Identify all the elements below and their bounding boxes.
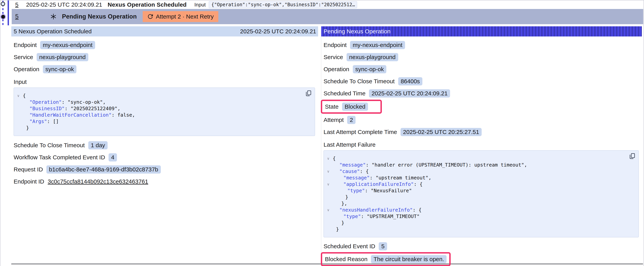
field-label: Scheduled Event ID xyxy=(324,243,375,250)
input-json-viewer: ∨{"Operation": "sync-op-ok","BusinessID"… xyxy=(14,88,315,136)
event-row-pending[interactable]: 5 Pending Nexus Operation Attempt 2 · Ne… xyxy=(12,9,643,24)
field-value-badge: sync-op-ok xyxy=(43,65,76,73)
field-label: Operation xyxy=(324,66,349,73)
chevron-gutter xyxy=(324,194,333,200)
chevron-gutter xyxy=(14,125,23,131)
field-scheduled-event-id: Scheduled Event ID 5 xyxy=(324,242,642,250)
field-attempt: Attempt 2 xyxy=(324,116,642,124)
json-line: ∨"applicationFailureInfo": { xyxy=(324,181,627,187)
json-line: } xyxy=(324,226,627,232)
retry-icon xyxy=(147,14,153,20)
field-operation: Operation sync-op-ok xyxy=(324,65,642,74)
json-line-text: "message": "upstream timeout", xyxy=(333,174,431,181)
field-label: Blocked Reason xyxy=(325,256,368,262)
field-label: Schedule To Close Timeout xyxy=(324,78,395,85)
chevron-gutter xyxy=(324,213,333,220)
event-timestamp: 2025-02-25 UTC 20:24:09.21 xyxy=(26,1,102,8)
json-line: "message": "handler error (UPSTREAM_TIME… xyxy=(324,162,627,168)
timeline-node-open-icon[interactable] xyxy=(1,2,5,6)
json-line-text: "type": "UPSTREAM_TIMEOUT" xyxy=(333,213,420,220)
field-scheduled-time: Scheduled Time 2025-02-25 UTC 20:24:09.2… xyxy=(324,89,642,98)
json-line: ∨{ xyxy=(14,92,303,99)
timeline-gutter xyxy=(0,1,11,266)
json-line: "type": "UPSTREAM_TIMEOUT" xyxy=(324,213,627,220)
chevron-gutter xyxy=(324,226,333,232)
field-label: Service xyxy=(14,54,33,61)
retry-status-badge: Attempt 2 · Next Retry xyxy=(143,11,218,22)
chevron-gutter xyxy=(324,162,333,168)
field-endpoint: Endpoint my-nexus-endpoint xyxy=(324,41,642,49)
field-label: Scheduled Time xyxy=(324,90,366,97)
field-value-badge: 5 xyxy=(379,242,387,250)
json-line: ∨{ xyxy=(324,155,627,162)
json-line-text: "message": "handler error (UPSTREAM_TIME… xyxy=(333,162,527,168)
collapse-chevron-icon[interactable]: ∨ xyxy=(324,181,333,187)
chevron-gutter xyxy=(14,112,23,118)
json-line: }, xyxy=(324,200,627,207)
field-value-badge: 2025-02-25 UTC 20:24:09.21 xyxy=(369,89,450,98)
copy-icon[interactable] xyxy=(629,153,636,159)
pending-operation-panel: Pending Nexus Operation Endpoint my-nexu… xyxy=(321,26,642,266)
json-line: ∨"cause": { xyxy=(324,168,627,174)
field-label: Workflow Task Completed Event ID xyxy=(14,154,105,161)
timeline-selected-bar xyxy=(8,1,9,25)
json-line: "BusinessID": "20250225122409", xyxy=(14,105,303,112)
field-state: State Blocked xyxy=(324,100,642,114)
field-label: Attempt xyxy=(324,117,344,123)
field-value-badge: 86400s xyxy=(398,77,422,85)
field-label: Request ID xyxy=(14,166,43,173)
chevron-gutter xyxy=(14,105,23,112)
json-line-text: "cause": { xyxy=(333,168,369,174)
field-label: Endpoint xyxy=(324,42,346,48)
field-value-badge: sync-op-ok xyxy=(353,65,386,73)
field-value-badge: nexus-playground xyxy=(37,53,88,61)
collapse-chevron-icon[interactable]: ∨ xyxy=(14,92,23,99)
chevron-gutter xyxy=(324,187,333,194)
field-value-badge: b1c6a4bc-8ee7-468a-9169-df3b02c8737b xyxy=(46,165,160,174)
chevron-gutter xyxy=(324,174,333,181)
chevron-gutter xyxy=(14,118,23,125)
field-schedule-to-close-timeout: Schedule To Close Timeout 1 day xyxy=(14,141,318,150)
field-value-badge: nexus-playground xyxy=(346,53,398,61)
field-label: Operation xyxy=(14,66,39,73)
json-line: "HandlerWaitForCancellation": false, xyxy=(14,112,303,118)
field-value-badge: 2 xyxy=(347,116,356,124)
failure-section-label: Last Attempt Failure xyxy=(324,141,642,148)
event-row-scheduled[interactable]: 5 2025-02-25 UTC 20:24:09.21 Nexus Opera… xyxy=(12,1,643,9)
field-workflow-task-completed-event-id: Workflow Task Completed Event ID 4 xyxy=(14,153,318,162)
event-input-preview: {"Operation":"sync-op-ok","BusinessID":"… xyxy=(209,1,357,8)
json-line-text: } xyxy=(333,194,348,200)
collapse-chevron-icon[interactable]: ∨ xyxy=(324,155,333,162)
json-line: } xyxy=(324,220,627,226)
field-operation: Operation sync-op-ok xyxy=(14,65,318,74)
json-line: ∨"nexusHandlerFailureInfo": { xyxy=(324,207,627,213)
json-line-text: "Operation": "sync-op-ok", xyxy=(23,99,106,105)
endpoint-id-link[interactable]: 3c0c75ccfa8144b092c13ce632463761 xyxy=(48,178,148,185)
json-line-text: } xyxy=(23,125,29,131)
timeline-node-filled-icon[interactable] xyxy=(1,15,5,19)
field-service: Service nexus-playground xyxy=(324,53,642,61)
json-line: "type": "NexusFailure" xyxy=(324,187,627,194)
state-annotation-highlight: State Blocked xyxy=(321,100,382,114)
event-id-link[interactable]: 5 xyxy=(15,13,21,20)
json-line-text: } xyxy=(333,226,339,232)
event-id-link[interactable]: 5 xyxy=(15,1,21,8)
copy-icon[interactable] xyxy=(306,90,312,97)
field-schedule-to-close-timeout: Schedule To Close Timeout 86400s xyxy=(324,77,642,86)
collapse-chevron-icon[interactable]: ∨ xyxy=(324,168,333,174)
json-line: "Operation": "sync-op-ok", xyxy=(14,99,303,105)
field-value-badge: 1 day xyxy=(88,141,108,149)
json-line-text: "Args": [] xyxy=(23,118,59,125)
field-last-attempt-complete-time: Last Attempt Complete Time 2025-02-25 UT… xyxy=(324,128,642,136)
chevron-gutter xyxy=(324,220,333,226)
json-line-text: "applicationFailureInfo": { xyxy=(333,181,422,187)
collapse-chevron-icon[interactable]: ∨ xyxy=(324,207,333,213)
scheduled-panel-timestamp: 2025-02-25 UTC 20:24:09.21 xyxy=(240,28,316,35)
scheduled-panel-header: 5 Nexus Operation Scheduled 2025-02-25 U… xyxy=(11,26,318,37)
field-value-badge: 2025-02-25 UTC 20:25:27.51 xyxy=(400,128,482,136)
failure-json-viewer: ∨{"message": "handler error (UPSTREAM_TI… xyxy=(324,150,639,237)
field-label: Service xyxy=(324,54,343,61)
json-line-text: "type": "NexusFailure" xyxy=(333,187,412,194)
json-line-text: "BusinessID": "20250225122409", xyxy=(23,105,120,112)
field-value-badge: 4 xyxy=(108,153,117,161)
